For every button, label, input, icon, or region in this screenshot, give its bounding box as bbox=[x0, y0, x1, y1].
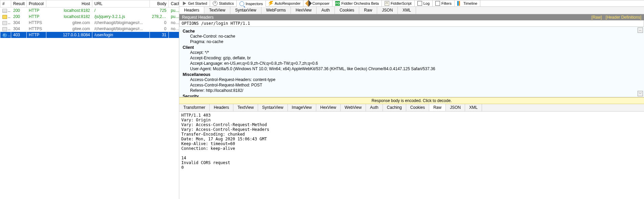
req-tab-syntaxview[interactable]: SyntaxView bbox=[230, 7, 261, 14]
cell-host: localhost:8182 bbox=[46, 7, 92, 14]
resp-tab-imageview[interactable]: ImageView bbox=[288, 104, 316, 111]
resp-tab-syntaxview[interactable]: SyntaxView bbox=[258, 104, 288, 111]
info-icon bbox=[2, 33, 7, 37]
header-item[interactable]: Accept-Encoding: gzip, deflate, br bbox=[183, 55, 641, 61]
scroll-up-icon[interactable]: ︿ bbox=[638, 27, 643, 33]
cell-protocol: HTTP bbox=[27, 7, 46, 14]
tab-autoresponder[interactable]: AutoResponder bbox=[266, 0, 303, 6]
link-raw[interactable]: [Raw] bbox=[592, 15, 602, 20]
col-header-index[interactable]: # bbox=[0, 0, 11, 7]
col-header-protocol[interactable]: Protocol bbox=[27, 0, 46, 7]
req-tab-headers[interactable]: Headers bbox=[179, 6, 204, 14]
tab-inspectors[interactable]: Inspectors bbox=[237, 1, 266, 7]
cell-caching: no-cac bbox=[169, 20, 180, 26]
cell-protocol: HTTP bbox=[27, 14, 46, 20]
tab-label: AutoResponder bbox=[275, 1, 300, 5]
col-header-body[interactable]: Body bbox=[150, 0, 169, 7]
req-tab-cookies[interactable]: Cookies bbox=[335, 7, 359, 14]
req-tab-json[interactable]: JSON bbox=[377, 7, 398, 14]
resp-tab-hexview[interactable]: HexView bbox=[316, 104, 341, 111]
request-line[interactable]: OPTIONS /user/login HTTP/1.1 bbox=[179, 20, 644, 27]
cell-url: /js/jquery-3.2.1.js bbox=[92, 14, 150, 20]
request-headers-tree[interactable]: ︿ ﹀ CacheCache-Control: no-cachePragma: … bbox=[179, 27, 644, 97]
fo-icon: FO bbox=[335, 1, 340, 6]
resp-tab-transformer[interactable]: Transformer bbox=[179, 104, 210, 111]
tab-label: Filters bbox=[441, 1, 452, 5]
tab-get-started[interactable]: Get Started bbox=[179, 0, 210, 6]
header-section-client[interactable]: Client bbox=[183, 45, 641, 50]
tab-log[interactable]: Log bbox=[415, 0, 433, 6]
req-tab-hexview[interactable]: HexView bbox=[291, 7, 317, 14]
header-item[interactable]: User-Agent: Mozilla/5.0 (Windows NT 10.0… bbox=[183, 66, 641, 72]
header-item[interactable]: Pragma: no-cache bbox=[183, 39, 641, 44]
header-item[interactable]: Accept: */* bbox=[183, 50, 641, 55]
resp-tab-cookies[interactable]: Cookies bbox=[406, 104, 429, 111]
cell-result: 304 bbox=[11, 26, 27, 32]
table-row[interactable]: 5304HTTPSgitee.com/chenhaogit/blogimages… bbox=[0, 20, 180, 26]
doc-icon bbox=[2, 9, 7, 13]
response-sub-tabs: TransformerHeadersTextViewSyntaxViewImag… bbox=[179, 104, 644, 112]
resp-tab-auth[interactable]: Auth bbox=[366, 104, 383, 111]
js-icon bbox=[2, 15, 7, 19]
resp-tab-xml[interactable]: XML bbox=[465, 104, 482, 111]
cell-protocol: HTTPS bbox=[27, 26, 46, 32]
table-row[interactable]: 2200HTTPlocalhost:8182/js/jquery-3.2.1.j… bbox=[0, 14, 180, 20]
decode-banner[interactable]: Response body is encoded. Click to decod… bbox=[179, 97, 644, 104]
tab-statistics[interactable]: Statistics bbox=[210, 0, 237, 6]
link-header-definitions[interactable]: [Header Definitions] bbox=[606, 15, 641, 20]
sessions-panel: # Result Protocol Host URL Body Cachin 1… bbox=[0, 0, 179, 199]
req-tab-webforms[interactable]: WebForms bbox=[261, 7, 291, 14]
tab-fiddlerscript[interactable]: FiddlerScript bbox=[382, 0, 415, 6]
header-item[interactable]: Access-Control-Request-Method: POST bbox=[183, 82, 641, 88]
cell-result: 304 bbox=[11, 20, 27, 26]
scroll-down-icon[interactable]: ﹀ bbox=[638, 91, 643, 96]
cell-url: /chenhaogit/blogimages/r... bbox=[92, 26, 150, 32]
table-row[interactable]: 6304HTTPSgitee.com/chenhaogit/blogimages… bbox=[0, 26, 180, 32]
pencil-icon bbox=[305, 0, 312, 7]
header-section-security[interactable]: Security bbox=[183, 94, 641, 97]
col-header-host[interactable]: Host bbox=[46, 0, 92, 7]
tab-label: Fiddler Orchestra Beta bbox=[341, 1, 379, 5]
header-section-cache[interactable]: Cache bbox=[183, 29, 641, 34]
col-header-caching[interactable]: Cachin bbox=[169, 0, 180, 7]
resp-tab-raw[interactable]: Raw bbox=[429, 104, 446, 111]
tab-composer[interactable]: Composer bbox=[303, 0, 332, 6]
tab-fiddler-orchestra-beta[interactable]: FOFiddler Orchestra Beta bbox=[332, 0, 382, 6]
resp-tab-caching[interactable]: Caching bbox=[383, 104, 406, 111]
request-headers-bar: Request Headers [Raw] [Header Definition… bbox=[179, 14, 644, 20]
tab-timeline[interactable]: Timeline bbox=[455, 0, 480, 6]
table-row[interactable]: 1200HTTPlocalhost:8182/725public, bbox=[0, 7, 180, 14]
mag-icon bbox=[239, 1, 244, 6]
resp-tab-headers[interactable]: Headers bbox=[210, 104, 233, 111]
tab-label: Composer bbox=[312, 1, 329, 5]
header-item[interactable]: Accept-Language: en-US,en;q=0.9,zh-CN;q=… bbox=[183, 61, 641, 66]
cell-caching: public, bbox=[169, 7, 180, 14]
header-item[interactable]: Referer: http://localhost:8182/ bbox=[183, 88, 641, 93]
resp-tab-webview[interactable]: WebView bbox=[341, 104, 366, 111]
cell-body: 31 bbox=[150, 32, 169, 38]
resp-tab-json[interactable]: JSON bbox=[446, 104, 465, 111]
resp-tab-textview[interactable]: TextView bbox=[233, 104, 258, 111]
cell-host: 127.0.0.1:8084 bbox=[46, 32, 92, 38]
cell-url: /chenhaogit/blogimages/r... bbox=[92, 20, 150, 26]
cell-caching: no-cac bbox=[169, 26, 180, 32]
req-tab-xml[interactable]: XML bbox=[398, 7, 416, 14]
cell-protocol: HTTPS bbox=[27, 20, 46, 26]
header-item[interactable]: Cache-Control: no-cache bbox=[183, 34, 641, 39]
header-item[interactable]: Access-Control-Request-Headers: content-… bbox=[183, 77, 641, 82]
cell-host: gitee.com bbox=[46, 26, 92, 32]
col-header-result[interactable]: Result bbox=[11, 0, 27, 7]
req-tab-raw[interactable]: Raw bbox=[359, 7, 377, 14]
col-header-url[interactable]: URL bbox=[92, 0, 150, 7]
tab-filters[interactable]: Filters bbox=[433, 0, 455, 6]
req-tab-auth[interactable]: Auth bbox=[317, 7, 335, 14]
req-tab-textview[interactable]: TextView bbox=[204, 7, 230, 14]
play-icon bbox=[182, 1, 187, 6]
request-sub-tabs: HeadersTextViewSyntaxViewWebFormsHexView… bbox=[179, 7, 644, 14]
table-row[interactable]: 3403HTTP127.0.0.1:8084/user/login31 bbox=[0, 32, 180, 38]
response-raw-text[interactable]: HTTP/1.1 403 Vary: Origin Vary: Access-C… bbox=[179, 112, 644, 199]
cell-url: /user/login bbox=[92, 32, 150, 38]
tab-label: Log bbox=[423, 1, 430, 5]
header-section-miscellaneous[interactable]: Miscellaneous bbox=[183, 72, 641, 77]
top-tab-bar: Get StartedStatisticsInspectorsAutoRespo… bbox=[179, 0, 644, 7]
